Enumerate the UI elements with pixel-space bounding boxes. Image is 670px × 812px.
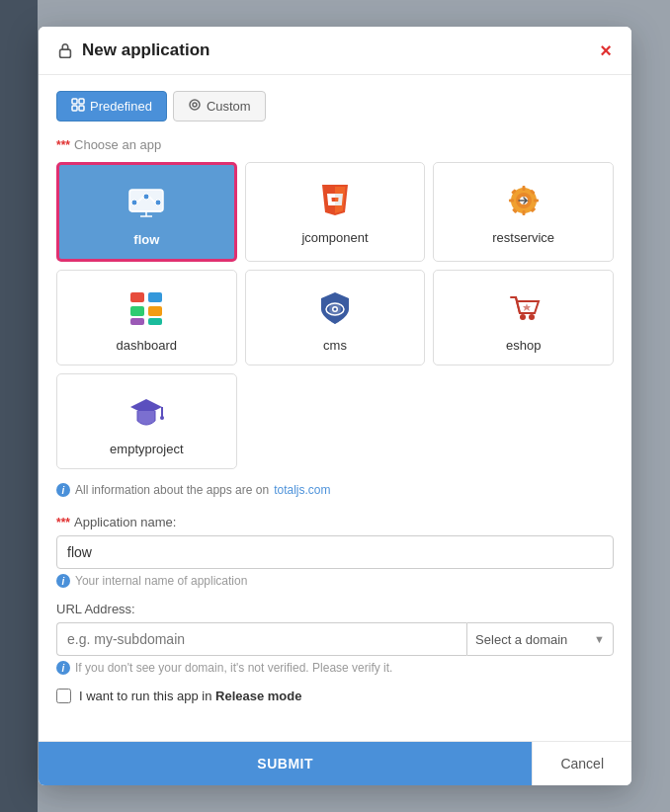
app-card-eshop[interactable]: eshop [433, 270, 614, 365]
tab-bar: Predefined Custom [56, 91, 614, 122]
predefined-label: Predefined [90, 99, 152, 114]
choose-app-section-label: *** Choose an app [56, 137, 614, 152]
app-name-input[interactable] [56, 535, 614, 569]
custom-label: Custom [207, 99, 251, 114]
svg-rect-35 [148, 306, 162, 316]
app-icon-jcomponent [313, 179, 357, 222]
svg-point-41 [333, 308, 336, 311]
url-hint: i If you don't see your domain, it's not… [56, 661, 614, 675]
app-grid: flow jcomponent [56, 162, 614, 469]
app-icon-dashboard [125, 286, 168, 330]
modal-header: New application × [39, 27, 631, 75]
app-label-flow: flow [133, 232, 159, 247]
app-card-jcomponent[interactable]: jcomponent [245, 162, 426, 262]
svg-rect-1 [72, 99, 77, 104]
app-card-restservice[interactable]: restservice [433, 162, 614, 262]
release-mode-row: I want to run this app in Release mode [56, 689, 614, 703]
url-hint-icon: i [56, 661, 70, 675]
cancel-button[interactable]: Cancel [532, 742, 631, 785]
svg-rect-32 [130, 292, 144, 302]
modal-title: New application [82, 41, 209, 60]
svg-point-43 [520, 314, 526, 320]
tab-custom[interactable]: Custom [173, 91, 266, 122]
svg-rect-24 [522, 186, 525, 191]
svg-point-14 [155, 200, 161, 205]
modal-body: Predefined Custom *** Choose an app [39, 75, 631, 741]
svg-rect-33 [148, 292, 162, 302]
svg-rect-3 [72, 106, 77, 111]
app-label-restservice: restservice [492, 230, 554, 245]
app-name-hint-icon: i [56, 574, 70, 588]
new-application-modal: New application × Predefined [39, 27, 631, 785]
choose-app-label: Choose an app [74, 137, 161, 152]
info-icon: i [56, 483, 70, 497]
svg-point-5 [190, 100, 200, 110]
info-bar: i All information about the apps are on … [56, 483, 614, 497]
app-name-field-block: *** Application name: i Your internal na… [56, 515, 614, 588]
info-text: All information about the apps are on [75, 483, 269, 497]
predefined-icon [71, 98, 85, 115]
release-mode-checkbox[interactable] [56, 689, 71, 703]
svg-rect-4 [79, 106, 84, 111]
url-row: Select a domain ▼ [56, 622, 614, 656]
modal-title-wrap: New application [56, 41, 209, 60]
svg-point-44 [529, 314, 535, 320]
svg-marker-45 [523, 303, 531, 311]
app-label-eshop: eshop [506, 338, 541, 353]
domain-select-wrap: Select a domain ▼ [466, 622, 614, 656]
url-label: URL Address: [56, 602, 614, 616]
svg-rect-25 [522, 210, 525, 215]
app-icon-eshop [502, 286, 545, 330]
svg-rect-0 [60, 49, 71, 57]
totaljs-link[interactable]: totaljs.com [274, 483, 330, 497]
domain-select[interactable]: Select a domain [467, 624, 586, 655]
modal-footer: SUBMIT Cancel [39, 741, 631, 785]
app-label-dashboard: dashboard [117, 338, 177, 353]
release-mode-label[interactable]: I want to run this app in Release mode [79, 689, 301, 703]
app-name-required: *** [56, 516, 70, 529]
required-marker: *** [56, 138, 70, 152]
svg-rect-2 [79, 99, 84, 104]
app-icon-restservice [502, 179, 545, 222]
custom-icon [188, 98, 202, 115]
submit-button[interactable]: SUBMIT [39, 742, 532, 785]
svg-point-6 [193, 103, 197, 107]
svg-rect-27 [534, 200, 539, 203]
app-label-emptyproject: emptyproject [110, 442, 183, 456]
svg-rect-37 [148, 318, 162, 325]
lock-icon [56, 41, 74, 59]
svg-point-48 [160, 416, 164, 420]
chevron-down-icon: ▼ [586, 633, 613, 645]
url-subdomain-input[interactable] [56, 622, 466, 656]
app-name-hint: i Your internal name of application [56, 574, 614, 588]
app-icon-cms [313, 286, 357, 330]
app-icon-emptyproject [125, 390, 168, 434]
svg-rect-34 [130, 306, 144, 316]
app-name-label: *** Application name: [56, 515, 614, 529]
app-label-jcomponent: jcomponent [301, 230, 368, 245]
app-card-flow[interactable]: flow [56, 162, 237, 262]
tab-predefined[interactable]: Predefined [56, 91, 167, 122]
app-label-cms: cms [323, 338, 347, 353]
svg-rect-36 [130, 318, 144, 325]
url-field-block: URL Address: Select a domain ▼ i If you … [56, 602, 614, 675]
svg-point-13 [143, 194, 149, 200]
svg-rect-26 [509, 200, 514, 203]
app-card-emptyproject[interactable]: emptyproject [56, 373, 237, 469]
app-card-cms[interactable]: cms [245, 270, 426, 365]
close-button[interactable]: × [598, 41, 614, 60]
app-card-dashboard[interactable]: dashboard [56, 270, 237, 365]
svg-point-12 [131, 200, 137, 205]
app-icon-flow [125, 181, 168, 224]
